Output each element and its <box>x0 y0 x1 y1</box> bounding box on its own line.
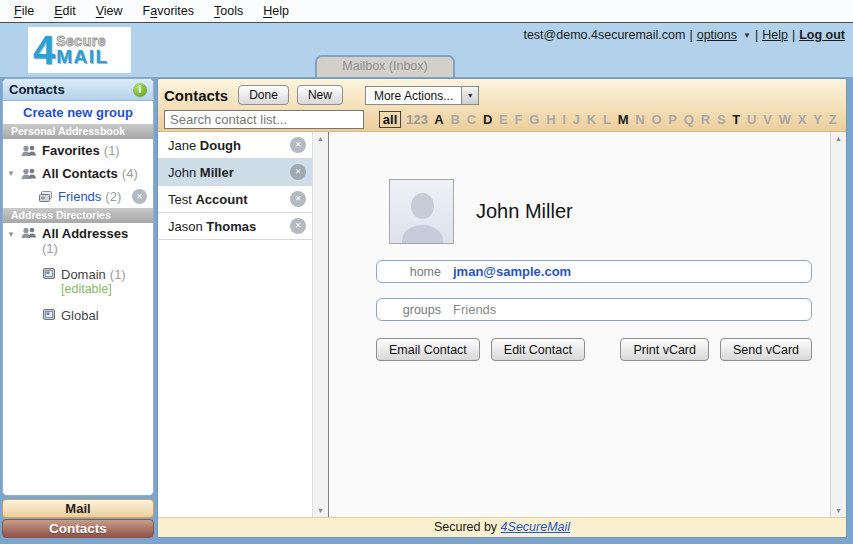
letter-filter-A[interactable]: A <box>431 112 447 127</box>
contact-row[interactable]: Jason Thomas✕ <box>158 213 312 240</box>
letter-filter-C: C <box>463 112 479 127</box>
contact-row[interactable]: Test Account✕ <box>158 186 312 213</box>
separator: | <box>792 28 795 42</box>
section-address-directories: Address Directories <box>3 208 153 223</box>
contact-list: Jane Dough✕John Miller✕Test Account✕Jaso… <box>158 132 312 517</box>
securemail-link[interactable]: 4SecureMail <box>501 520 570 534</box>
delete-contact-icon[interactable]: ✕ <box>290 218 306 234</box>
alphabet-letters: ABCDEFGHIJKLMNOPQRSTUVWXYZ <box>431 112 840 127</box>
letter-filter-D[interactable]: D <box>479 112 495 127</box>
sidebar-header: Contacts i <box>3 79 153 101</box>
field-groups: groups Friends <box>376 298 812 321</box>
contacts-toolbar: Contacts Done New More Actions... ▼ all … <box>158 79 846 132</box>
menu-item-file[interactable]: File <box>4 1 44 21</box>
groups-value: Friends <box>453 302 496 317</box>
create-new-group-link[interactable]: Create new group <box>23 105 133 120</box>
letter-filter-Z: Z <box>825 112 840 127</box>
contacts-main-panel: Contacts Done New More Actions... ▼ all … <box>157 78 847 538</box>
menu-item-view[interactable]: View <box>86 1 133 21</box>
sidebar-item-favorites[interactable]: Favorites (1) <box>3 139 153 162</box>
scroll-up-icon[interactable]: ▲ <box>317 135 324 142</box>
separator: | <box>755 28 758 42</box>
delete-contact-icon[interactable]: ✕ <box>290 164 306 180</box>
letter-filter-O: O <box>648 112 665 127</box>
letter-filter-V: V <box>760 112 775 127</box>
section-personal-addressbook: Personal Addressbook <box>3 124 153 139</box>
collapse-arrow-icon[interactable]: ▼ <box>7 230 15 239</box>
detail-scrollbar[interactable]: ▲ ▼ <box>830 132 846 517</box>
email-contact-button[interactable]: Email Contact <box>376 338 480 361</box>
contacts-sidebar: Contacts i Create new group Personal Add… <box>2 78 154 496</box>
letter-filter-K: K <box>583 112 599 127</box>
letter-filter-E: E <box>496 112 511 127</box>
people-icon <box>21 145 37 157</box>
scroll-down-icon[interactable]: ▼ <box>835 507 842 514</box>
info-icon[interactable]: i <box>133 83 147 97</box>
letter-filter-Q: Q <box>680 112 697 127</box>
menu-item-favorites[interactable]: Favorites <box>133 1 204 21</box>
letter-filter-L: L <box>600 112 615 127</box>
separator: | <box>689 28 692 42</box>
secured-footer: Secured by 4SecureMail <box>158 517 846 537</box>
mail-nav-button[interactable]: Mail <box>2 499 154 518</box>
sidebar-item-all-addresses[interactable]: ▼ All Addresses (1) <box>3 223 153 256</box>
send-vcard-button[interactable]: Send vCard <box>720 338 812 361</box>
sidebar-title: Contacts <box>9 82 133 97</box>
menu-item-tools[interactable]: Tools <box>204 1 253 21</box>
contact-row-name: John Miller <box>168 165 234 180</box>
done-button[interactable]: Done <box>238 85 289 105</box>
letter-filter-T[interactable]: T <box>729 112 744 127</box>
contact-row[interactable]: Jane Dough✕ <box>158 132 312 159</box>
options-menu[interactable]: options <box>697 28 737 42</box>
edit-contact-button[interactable]: Edit Contact <box>491 338 585 361</box>
list-scrollbar[interactable]: ▲ ▼ <box>312 132 328 517</box>
letter-filter-N: N <box>632 112 648 127</box>
letter-filter-G: G <box>526 112 543 127</box>
print-vcard-button[interactable]: Print vCard <box>620 338 709 361</box>
letter-filter-X: X <box>794 112 809 127</box>
people-icon <box>21 168 37 180</box>
logo-4: 4 <box>33 31 55 69</box>
editable-tag: [editable] <box>61 282 126 297</box>
letter-filter-H: H <box>543 112 559 127</box>
delete-contact-icon[interactable]: ✕ <box>290 137 306 153</box>
search-input[interactable] <box>164 110 364 129</box>
tab-mailbox-inbox[interactable]: Mailbox (Inbox) <box>315 55 455 77</box>
letter-filter-B: B <box>447 112 463 127</box>
menu-item-help[interactable]: Help <box>253 1 299 21</box>
sidebar-item-friends[interactable]: Friends (2) ✕ <box>3 185 153 208</box>
contact-row-name: Jane Dough <box>168 138 241 153</box>
user-email: test@demo.4securemail.com <box>523 28 685 42</box>
help-link[interactable]: Help <box>762 28 788 42</box>
sidebar-item-all-contacts[interactable]: ▼ All Contacts (4) <box>3 162 153 185</box>
dropdown-arrow-icon[interactable]: ▼ <box>461 87 478 104</box>
letter-filter-M[interactable]: M <box>614 112 632 127</box>
letter-filter-Y: Y <box>810 112 825 127</box>
letter-filter-U: U <box>744 112 760 127</box>
contacts-nav-button[interactable]: Contacts <box>2 519 154 538</box>
letter-filter-I: I <box>559 112 569 127</box>
options-dropdown-arrow-icon[interactable]: ▼ <box>743 31 751 40</box>
sidebar-item-domain[interactable]: Domain(1) [editable] <box>3 264 153 297</box>
letter-filter-F: F <box>511 112 526 127</box>
app-logo: 4 Secure MAIL <box>28 27 131 73</box>
new-button[interactable]: New <box>297 85 343 105</box>
sidebar-item-global[interactable]: Global <box>3 305 153 328</box>
logo-mail: MAIL <box>56 48 108 65</box>
scroll-down-icon[interactable]: ▼ <box>317 507 324 514</box>
more-actions-select[interactable]: More Actions... ▼ <box>365 86 479 105</box>
menu-bar: FileEditViewFavoritesToolsHelp <box>0 0 853 23</box>
letter-filter-R: R <box>697 112 713 127</box>
field-home-email: home jman@sample.com <box>376 260 812 283</box>
contact-row-name: Test Account <box>168 192 247 207</box>
delete-group-icon[interactable]: ✕ <box>132 189 147 204</box>
people-icon <box>21 227 37 239</box>
contact-name: John Miller <box>476 200 573 223</box>
menu-item-edit[interactable]: Edit <box>44 1 86 21</box>
scroll-up-icon[interactable]: ▲ <box>835 135 842 142</box>
delete-contact-icon[interactable]: ✕ <box>290 191 306 207</box>
filter-all[interactable]: all <box>379 111 401 128</box>
logout-link[interactable]: Log out <box>799 28 845 42</box>
contact-row[interactable]: John Miller✕ <box>158 159 312 186</box>
collapse-arrow-icon[interactable]: ▼ <box>7 169 15 178</box>
